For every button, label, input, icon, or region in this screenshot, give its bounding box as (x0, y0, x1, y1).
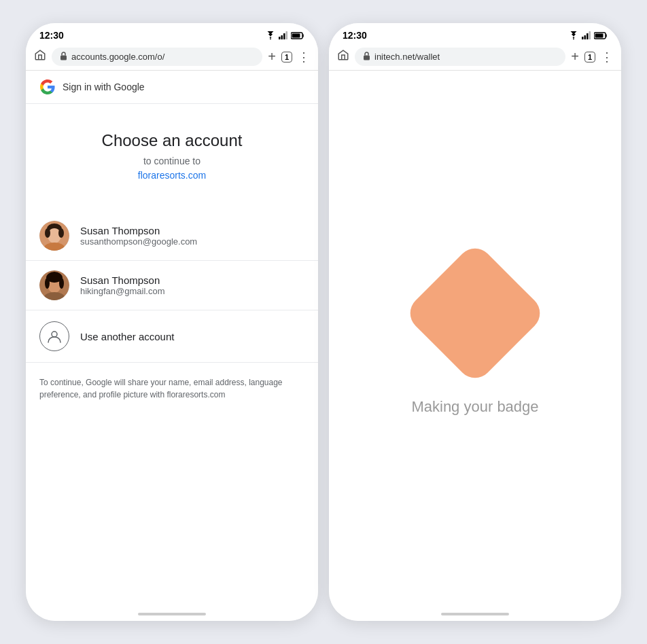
home-indicator-right (329, 607, 621, 621)
choose-account-section: Choose an account to continue to florare… (26, 104, 318, 195)
accounts-list: Susan Thompson susanthompson@google.com (26, 211, 318, 363)
tab-count-left[interactable]: 1 (281, 52, 292, 62)
svg-point-22 (573, 39, 574, 40)
tab-count-right[interactable]: 1 (584, 52, 595, 62)
wifi-icon-right (568, 31, 579, 39)
use-another-label: Use another account (80, 331, 174, 342)
add-tab-left[interactable]: + (268, 49, 276, 65)
menu-dots-left[interactable]: ⋮ (298, 50, 310, 65)
google-logo-icon (39, 79, 56, 95)
page-content-right: Making your badge (329, 71, 621, 607)
home-icon-left[interactable] (34, 49, 46, 65)
avatar-2 (39, 270, 69, 300)
lock-icon-right (363, 52, 370, 62)
svg-point-21 (52, 332, 57, 337)
home-indicator-left (26, 607, 318, 621)
svg-point-12 (58, 228, 64, 238)
account-email-2: hikingfan@gmail.com (80, 286, 164, 296)
account-email-1: susanthompson@google.com (80, 236, 197, 247)
svg-rect-23 (582, 37, 584, 39)
person-icon (47, 329, 62, 344)
svg-point-0 (270, 39, 271, 40)
site-link[interactable]: floraresorts.com (138, 170, 206, 181)
left-phone: 12:30 (26, 23, 318, 621)
svg-rect-2 (281, 35, 283, 39)
account-item-2[interactable]: Susan Thompson hikingfan@gmail.com (26, 261, 318, 310)
svg-rect-24 (584, 35, 587, 39)
account-info-1: Susan Thompson susanthompson@google.com (80, 225, 197, 247)
account-name-2: Susan Thompson (80, 274, 164, 286)
status-icons-left (265, 31, 304, 39)
svg-point-19 (48, 276, 61, 283)
url-right: initech.net/wallet (374, 52, 440, 62)
home-bar-right (441, 613, 509, 615)
svg-rect-25 (587, 33, 589, 39)
svg-rect-28 (595, 33, 604, 37)
svg-rect-3 (283, 33, 285, 39)
use-another-account-item[interactable]: Use another account (26, 310, 318, 363)
add-tab-right[interactable]: + (571, 49, 579, 65)
avatar-image-2 (39, 270, 69, 300)
privacy-text: To continue, Google will share your name… (39, 378, 283, 399)
svg-rect-29 (364, 56, 370, 60)
avatar-image-1 (39, 221, 69, 251)
address-bar-left[interactable]: accounts.google.com/o/ (52, 48, 262, 66)
battery-icon-right (594, 32, 608, 39)
making-badge-label: Making your badge (411, 398, 538, 416)
privacy-notice: To continue, Google will share your name… (26, 363, 318, 414)
browser-bar-left[interactable]: accounts.google.com/o/ + 1 ⋮ (26, 43, 318, 71)
avatar-1 (39, 221, 69, 251)
choose-account-title: Choose an account (39, 131, 304, 150)
svg-rect-1 (279, 37, 281, 39)
svg-point-11 (45, 228, 50, 238)
status-bar-left: 12:30 (26, 23, 318, 43)
svg-rect-4 (286, 31, 288, 39)
status-bar-right: 12:30 (329, 23, 621, 43)
status-time-left: 12:30 (39, 30, 64, 41)
badge-content: Making your badge (411, 98, 538, 580)
svg-rect-26 (589, 31, 591, 39)
signal-icon-right (582, 31, 591, 39)
badge-diamond-shape (403, 241, 547, 385)
signal-icon (279, 31, 288, 39)
svg-rect-6 (292, 33, 300, 37)
account-info-2: Susan Thompson hikingfan@gmail.com (80, 274, 164, 296)
status-icons-right (568, 31, 608, 39)
battery-icon (291, 32, 304, 39)
right-phone: 12:30 (329, 23, 621, 621)
wifi-icon (265, 31, 276, 39)
browser-bar-right[interactable]: initech.net/wallet + 1 ⋮ (329, 43, 621, 71)
svg-rect-7 (60, 56, 67, 60)
home-bar-left (138, 613, 206, 615)
url-left: accounts.google.com/o/ (71, 52, 164, 62)
google-sign-in-header: Sign in with Google (26, 71, 318, 104)
lock-icon-left (60, 52, 67, 62)
status-time-right: 12:30 (343, 30, 367, 41)
page-content-left: Sign in with Google Choose an account to… (26, 71, 318, 607)
menu-dots-right[interactable]: ⋮ (601, 50, 613, 65)
account-item-1[interactable]: Susan Thompson susanthompson@google.com (26, 211, 318, 261)
address-bar-right[interactable]: initech.net/wallet (355, 48, 565, 66)
home-icon-right[interactable] (337, 49, 349, 65)
account-name-1: Susan Thompson (80, 225, 197, 236)
person-circle-icon (39, 321, 69, 351)
continue-to-text: to continue to (39, 156, 304, 166)
google-header-label: Sign in with Google (63, 82, 145, 92)
